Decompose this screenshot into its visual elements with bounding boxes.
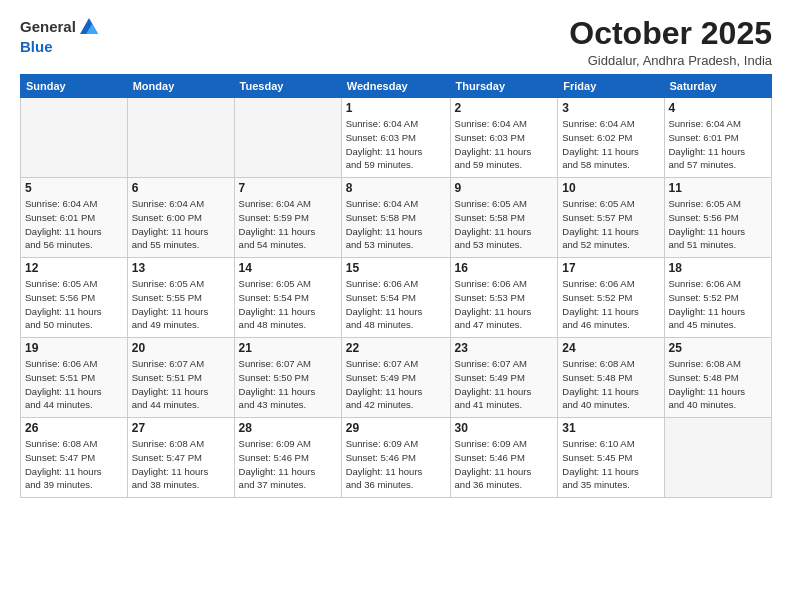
day-number: 10	[562, 181, 659, 195]
day-info: Sunrise: 6:07 AMSunset: 5:51 PMDaylight:…	[132, 357, 230, 412]
day-number: 30	[455, 421, 554, 435]
day-number: 24	[562, 341, 659, 355]
day-info: Sunrise: 6:08 AMSunset: 5:47 PMDaylight:…	[25, 437, 123, 492]
day-number: 1	[346, 101, 446, 115]
day-info: Sunrise: 6:04 AMSunset: 6:00 PMDaylight:…	[132, 197, 230, 252]
day-info: Sunrise: 6:04 AMSunset: 6:03 PMDaylight:…	[346, 117, 446, 172]
day-number: 26	[25, 421, 123, 435]
day-info: Sunrise: 6:07 AMSunset: 5:49 PMDaylight:…	[455, 357, 554, 412]
day-number: 16	[455, 261, 554, 275]
day-info: Sunrise: 6:04 AMSunset: 6:01 PMDaylight:…	[669, 117, 768, 172]
calendar-week-row: 5Sunrise: 6:04 AMSunset: 6:01 PMDaylight…	[21, 178, 772, 258]
day-info: Sunrise: 6:04 AMSunset: 6:02 PMDaylight:…	[562, 117, 659, 172]
table-row: 31Sunrise: 6:10 AMSunset: 5:45 PMDayligh…	[558, 418, 664, 498]
table-row: 14Sunrise: 6:05 AMSunset: 5:54 PMDayligh…	[234, 258, 341, 338]
day-info: Sunrise: 6:05 AMSunset: 5:57 PMDaylight:…	[562, 197, 659, 252]
day-info: Sunrise: 6:05 AMSunset: 5:58 PMDaylight:…	[455, 197, 554, 252]
calendar-week-row: 12Sunrise: 6:05 AMSunset: 5:56 PMDayligh…	[21, 258, 772, 338]
day-info: Sunrise: 6:05 AMSunset: 5:56 PMDaylight:…	[669, 197, 768, 252]
day-number: 12	[25, 261, 123, 275]
col-wednesday: Wednesday	[341, 75, 450, 98]
day-number: 20	[132, 341, 230, 355]
table-row: 29Sunrise: 6:09 AMSunset: 5:46 PMDayligh…	[341, 418, 450, 498]
day-info: Sunrise: 6:09 AMSunset: 5:46 PMDaylight:…	[346, 437, 446, 492]
day-number: 4	[669, 101, 768, 115]
table-row: 7Sunrise: 6:04 AMSunset: 5:59 PMDaylight…	[234, 178, 341, 258]
day-info: Sunrise: 6:07 AMSunset: 5:49 PMDaylight:…	[346, 357, 446, 412]
calendar-week-row: 1Sunrise: 6:04 AMSunset: 6:03 PMDaylight…	[21, 98, 772, 178]
day-number: 15	[346, 261, 446, 275]
col-monday: Monday	[127, 75, 234, 98]
table-row: 15Sunrise: 6:06 AMSunset: 5:54 PMDayligh…	[341, 258, 450, 338]
table-row: 28Sunrise: 6:09 AMSunset: 5:46 PMDayligh…	[234, 418, 341, 498]
day-number: 23	[455, 341, 554, 355]
table-row	[664, 418, 772, 498]
day-number: 8	[346, 181, 446, 195]
day-number: 25	[669, 341, 768, 355]
day-info: Sunrise: 6:08 AMSunset: 5:48 PMDaylight:…	[669, 357, 768, 412]
day-number: 11	[669, 181, 768, 195]
table-row: 8Sunrise: 6:04 AMSunset: 5:58 PMDaylight…	[341, 178, 450, 258]
calendar-week-row: 26Sunrise: 6:08 AMSunset: 5:47 PMDayligh…	[21, 418, 772, 498]
table-row: 6Sunrise: 6:04 AMSunset: 6:00 PMDaylight…	[127, 178, 234, 258]
table-row: 27Sunrise: 6:08 AMSunset: 5:47 PMDayligh…	[127, 418, 234, 498]
table-row	[21, 98, 128, 178]
table-row: 25Sunrise: 6:08 AMSunset: 5:48 PMDayligh…	[664, 338, 772, 418]
table-row: 1Sunrise: 6:04 AMSunset: 6:03 PMDaylight…	[341, 98, 450, 178]
day-info: Sunrise: 6:09 AMSunset: 5:46 PMDaylight:…	[239, 437, 337, 492]
day-info: Sunrise: 6:04 AMSunset: 5:59 PMDaylight:…	[239, 197, 337, 252]
table-row: 5Sunrise: 6:04 AMSunset: 6:01 PMDaylight…	[21, 178, 128, 258]
table-row: 30Sunrise: 6:09 AMSunset: 5:46 PMDayligh…	[450, 418, 558, 498]
col-sunday: Sunday	[21, 75, 128, 98]
day-info: Sunrise: 6:04 AMSunset: 6:03 PMDaylight:…	[455, 117, 554, 172]
day-number: 7	[239, 181, 337, 195]
table-row: 17Sunrise: 6:06 AMSunset: 5:52 PMDayligh…	[558, 258, 664, 338]
day-info: Sunrise: 6:05 AMSunset: 5:55 PMDaylight:…	[132, 277, 230, 332]
table-row: 12Sunrise: 6:05 AMSunset: 5:56 PMDayligh…	[21, 258, 128, 338]
table-row: 3Sunrise: 6:04 AMSunset: 6:02 PMDaylight…	[558, 98, 664, 178]
table-row: 19Sunrise: 6:06 AMSunset: 5:51 PMDayligh…	[21, 338, 128, 418]
table-row: 20Sunrise: 6:07 AMSunset: 5:51 PMDayligh…	[127, 338, 234, 418]
day-number: 14	[239, 261, 337, 275]
day-number: 29	[346, 421, 446, 435]
day-info: Sunrise: 6:06 AMSunset: 5:53 PMDaylight:…	[455, 277, 554, 332]
day-number: 13	[132, 261, 230, 275]
day-number: 6	[132, 181, 230, 195]
table-row: 26Sunrise: 6:08 AMSunset: 5:47 PMDayligh…	[21, 418, 128, 498]
table-row: 22Sunrise: 6:07 AMSunset: 5:49 PMDayligh…	[341, 338, 450, 418]
day-info: Sunrise: 6:05 AMSunset: 5:56 PMDaylight:…	[25, 277, 123, 332]
day-number: 3	[562, 101, 659, 115]
day-number: 22	[346, 341, 446, 355]
day-info: Sunrise: 6:04 AMSunset: 5:58 PMDaylight:…	[346, 197, 446, 252]
table-row: 13Sunrise: 6:05 AMSunset: 5:55 PMDayligh…	[127, 258, 234, 338]
table-row: 24Sunrise: 6:08 AMSunset: 5:48 PMDayligh…	[558, 338, 664, 418]
calendar-table: Sunday Monday Tuesday Wednesday Thursday…	[20, 74, 772, 498]
day-info: Sunrise: 6:10 AMSunset: 5:45 PMDaylight:…	[562, 437, 659, 492]
table-row	[127, 98, 234, 178]
calendar-header-row: Sunday Monday Tuesday Wednesday Thursday…	[21, 75, 772, 98]
table-row: 23Sunrise: 6:07 AMSunset: 5:49 PMDayligh…	[450, 338, 558, 418]
table-row: 11Sunrise: 6:05 AMSunset: 5:56 PMDayligh…	[664, 178, 772, 258]
logo: General Blue	[20, 16, 100, 56]
month-title: October 2025	[569, 16, 772, 51]
col-tuesday: Tuesday	[234, 75, 341, 98]
day-info: Sunrise: 6:06 AMSunset: 5:52 PMDaylight:…	[562, 277, 659, 332]
table-row: 10Sunrise: 6:05 AMSunset: 5:57 PMDayligh…	[558, 178, 664, 258]
table-row	[234, 98, 341, 178]
table-row: 2Sunrise: 6:04 AMSunset: 6:03 PMDaylight…	[450, 98, 558, 178]
table-row: 21Sunrise: 6:07 AMSunset: 5:50 PMDayligh…	[234, 338, 341, 418]
table-row: 16Sunrise: 6:06 AMSunset: 5:53 PMDayligh…	[450, 258, 558, 338]
calendar-week-row: 19Sunrise: 6:06 AMSunset: 5:51 PMDayligh…	[21, 338, 772, 418]
day-number: 2	[455, 101, 554, 115]
day-number: 31	[562, 421, 659, 435]
day-number: 19	[25, 341, 123, 355]
logo-general-text: General	[20, 18, 76, 36]
logo-icon	[78, 16, 100, 38]
day-info: Sunrise: 6:06 AMSunset: 5:51 PMDaylight:…	[25, 357, 123, 412]
day-info: Sunrise: 6:04 AMSunset: 6:01 PMDaylight:…	[25, 197, 123, 252]
col-friday: Friday	[558, 75, 664, 98]
day-info: Sunrise: 6:08 AMSunset: 5:47 PMDaylight:…	[132, 437, 230, 492]
table-row: 9Sunrise: 6:05 AMSunset: 5:58 PMDaylight…	[450, 178, 558, 258]
title-block: October 2025 Giddalur, Andhra Pradesh, I…	[569, 16, 772, 68]
col-saturday: Saturday	[664, 75, 772, 98]
